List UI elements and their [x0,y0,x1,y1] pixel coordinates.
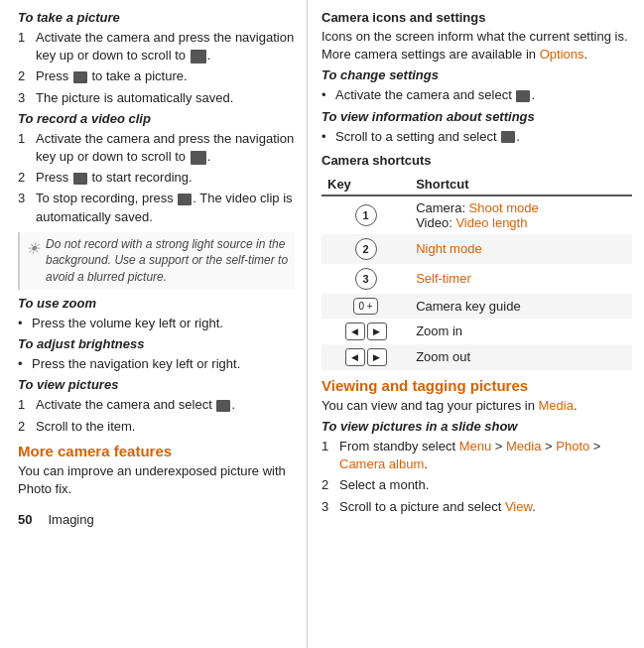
record-step-3: 3 To stop recording, press . The video c… [18,190,295,225]
key-cell: 0 + [322,294,410,319]
record-video-title: To record a video clip [18,111,295,126]
note-icon: ☀ [26,238,40,286]
camera-icons-title: Camera icons and settings [322,10,632,25]
page-label: Imaging [48,512,93,527]
shortcuts-table: Key Shortcut 1 Camera: Shoot mode Video:… [322,174,632,370]
key-cell: ◀ ▶ [322,319,410,344]
view-pictures-step-1: 1 Activate the camera and select . [18,396,295,414]
shortcuts-title: Camera shortcuts [322,153,632,168]
options-link: Options [540,47,584,62]
change-settings-bullet: • Activate the camera and select . [322,86,632,104]
record-stop-icon [178,194,192,205]
info-select-icon [501,131,515,143]
view-info-bullet: • Scroll to a setting and select . [322,128,632,146]
self-timer-link: Self-timer [416,271,471,286]
table-row: 3 Self-timer [322,264,632,294]
record-start-icon [73,173,87,185]
zoom-title: To use zoom [18,296,295,311]
camera-scroll-icon [191,50,206,64]
record-step-1: 1 Activate the camera and press the navi… [18,130,295,166]
menu-link: Menu [459,439,492,454]
table-row: 0 + Camera key guide [322,294,632,319]
table-row: 1 Camera: Shoot mode Video: Video length [322,195,632,234]
media-link: Media [539,398,574,413]
take-picture-title: To take a picture [18,10,295,25]
slide-show-title: To view pictures in a slide show [322,419,632,434]
page-number: 50 [18,512,32,527]
left-column: To take a picture 1 Activate the camera … [0,0,308,648]
zoom-bullet: • Press the volume key left or right. [18,315,295,332]
night-mode-link: Night mode [416,241,481,256]
select-icon [216,400,230,412]
key-cell: 2 [322,234,410,264]
shoot-mode-link: Shoot mode [469,200,539,215]
more-features-text: You can improve an underexposed picture … [18,462,295,498]
take-picture-step-3: 3 The picture is automatically saved. [18,89,295,107]
key-cell: 3 [322,264,410,294]
view-pictures-step-2: 2 Scroll to the item. [18,418,295,436]
brightness-bullet: • Press the navigation key left or right… [18,355,295,373]
col-key: Key [322,174,410,195]
take-picture-step-2: 2 Press to take a picture. [18,67,295,85]
key-cell: 1 [322,195,410,234]
key-cell: ◀ ▶ [322,344,410,370]
slide-step-2: 2 Select a month. [322,476,632,494]
slide-step-3: 3 Scroll to a picture and select View. [322,498,632,516]
table-row: ◀ ▶ Zoom out [322,344,632,370]
camera-album-link: Camera album [339,456,424,471]
viewing-heading: Viewing and tagging pictures [322,377,632,394]
table-row: 2 Night mode [322,234,632,264]
note-box: ☀ Do not record with a strong light sour… [18,232,295,290]
photo-link: Photo [556,439,589,454]
shortcuts-header: Key Shortcut [322,174,632,195]
shortcut-cell: Self-timer [410,264,632,294]
take-picture-step-1: 1 Activate the camera and press the navi… [18,29,295,65]
change-settings-title: To change settings [322,67,632,82]
shortcut-cell: Zoom out [410,344,632,370]
video-length-link: Video length [455,215,527,230]
note-text: Do not record with a strong light source… [46,236,289,286]
brightness-title: To adjust brightness [18,336,295,351]
shortcut-cell: Zoom in [410,319,632,344]
key-1: 1 [355,204,377,226]
view-info-title: To view information about settings [322,109,632,124]
video-scroll-icon [191,151,206,165]
right-column: Camera icons and settings Icons on the s… [308,0,644,648]
key-0plus: 0 + [353,298,377,315]
col-shortcut: Shortcut [410,174,632,195]
view-pictures-title: To view pictures [18,377,295,392]
slide-step-1: 1 From standby select Menu > Media > Pho… [322,438,632,473]
camera-icons-text: Icons on the screen inform what the curr… [322,28,632,64]
settings-select-icon [516,90,530,102]
shortcut-cell: Camera key guide [410,294,632,319]
more-features-heading: More camera features [18,443,295,459]
shortcut-cell: Night mode [410,234,632,264]
record-step-2: 2 Press to start recording. [18,169,295,187]
shortcut-cell: Camera: Shoot mode Video: Video length [410,195,632,234]
key-2: 2 [355,238,377,260]
page-container: To take a picture 1 Activate the camera … [0,0,644,648]
shutter-icon [73,71,87,83]
view-link: View [505,499,532,514]
media-link2: Media [506,439,541,454]
viewing-text: You can view and tag your pictures in Me… [322,397,632,415]
nav-right-icon: ◀ ▶ [345,348,387,366]
key-3: 3 [355,268,377,290]
nav-left-icon: ◀ ▶ [345,323,387,340]
table-row: ◀ ▶ Zoom in [322,319,632,344]
